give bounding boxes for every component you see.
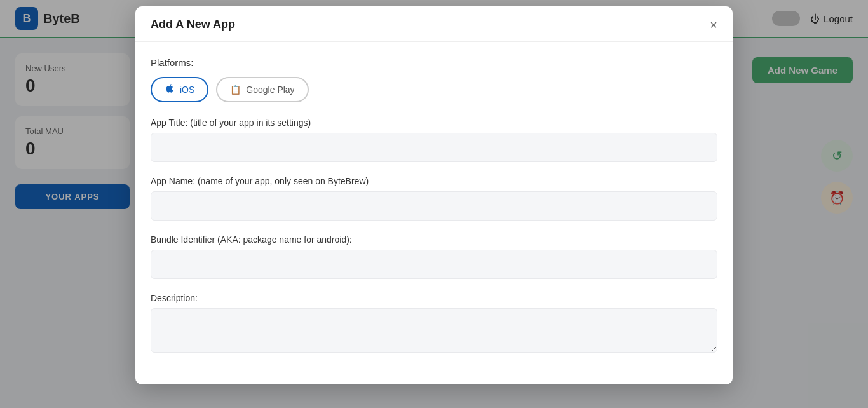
- bundle-id-input[interactable]: [151, 250, 717, 279]
- modal-title: Add A New App: [151, 18, 235, 31]
- modal: Add A New App × Platforms: iOS 📋 Google …: [135, 6, 733, 384]
- app-title-input[interactable]: [151, 133, 717, 162]
- bundle-id-group: Bundle Identifier (AKA: package name for…: [151, 235, 717, 279]
- apple-icon: [165, 83, 175, 96]
- app-title-group: App Title: (title of your app in its set…: [151, 118, 717, 162]
- platforms-row: iOS 📋 Google Play: [151, 77, 717, 102]
- platforms-label: Platforms:: [151, 57, 717, 68]
- app-title-label: App Title: (title of your app in its set…: [151, 118, 717, 128]
- description-group: Description:: [151, 293, 717, 355]
- android-icon: 📋: [230, 85, 241, 95]
- app-name-label: App Name: (name of your app, only seen o…: [151, 176, 717, 186]
- modal-overlay: Add A New App × Platforms: iOS 📋 Google …: [0, 0, 868, 408]
- app-name-group: App Name: (name of your app, only seen o…: [151, 176, 717, 221]
- modal-header: Add A New App ×: [135, 6, 733, 42]
- google-play-label: Google Play: [246, 85, 294, 95]
- ios-label: iOS: [180, 85, 194, 95]
- platforms-group: Platforms: iOS 📋 Google Play: [151, 57, 717, 102]
- bundle-id-label: Bundle Identifier (AKA: package name for…: [151, 235, 717, 245]
- app-name-input[interactable]: [151, 191, 717, 221]
- google-play-platform-button[interactable]: 📋 Google Play: [216, 77, 308, 102]
- modal-close-button[interactable]: ×: [710, 18, 717, 31]
- description-textarea[interactable]: [151, 308, 717, 353]
- ios-platform-button[interactable]: iOS: [151, 77, 208, 102]
- modal-body: Platforms: iOS 📋 Google Play App Title: …: [135, 42, 733, 384]
- description-label: Description:: [151, 293, 717, 303]
